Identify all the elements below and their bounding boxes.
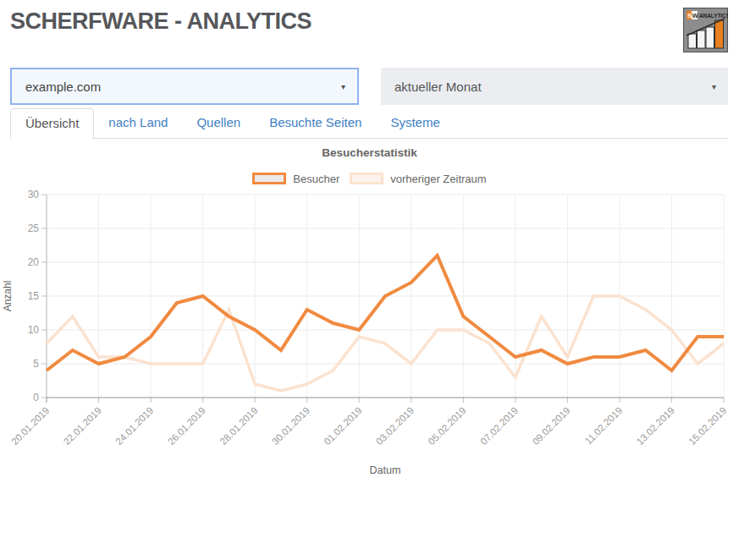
legend-swatch-icon [252,173,286,184]
period-select-value: aktueller Monat [381,80,712,94]
period-select[interactable]: aktueller Monat ▾ [381,68,728,105]
legend-swatch-icon [350,173,383,184]
x-tick-label: 30.01.2019 [270,405,312,447]
tab-bar: Übersichtnach LandQuellenBesuchte Seiten… [10,108,728,139]
y-tick-label: 30 [28,189,40,200]
tab-nach-land[interactable]: nach Land [94,108,182,138]
y-tick-label: 5 [33,358,39,370]
y-tick-label: 15 [28,290,40,302]
x-tick-label: 20.01.2019 [9,405,51,447]
site-select[interactable]: example.com ▾ [10,68,359,105]
x-tick-label: 11.02.2019 [583,405,625,447]
chevron-down-icon: ▾ [341,82,357,91]
x-axis-title: Datum [370,464,401,476]
logo-sw-letter-w: W [692,12,699,19]
vorheriger-zeitraum-line [47,296,724,391]
chevron-down-icon: ▾ [712,82,728,91]
x-tick-label: 24.01.2019 [113,405,155,447]
y-tick-label: 0 [33,392,39,404]
y-tick-label: 25 [28,222,40,234]
x-tick-label: 05.02.2019 [427,405,468,447]
x-tick-label: 09.02.2019 [531,405,572,447]
tab-systeme[interactable]: Systeme [376,108,454,138]
y-tick-label: 20 [28,256,40,268]
x-tick-label: 03.02.2019 [374,405,416,447]
visitor-chart-svg: 20.01.201922.01.201924.01.201926.01.2019… [0,188,739,560]
besucher-line [47,255,724,371]
site-select-value: example.com [12,80,341,94]
y-axis-title: Anzahl [2,281,14,312]
legend-label: vorheriger Zeitraum [390,173,486,185]
x-tick-label: 26.01.2019 [166,405,207,447]
chart-legend: Besuchervorheriger Zeitraum [0,171,739,186]
y-tick-label: 10 [28,324,40,336]
tab-quellen[interactable]: Quellen [182,108,255,138]
legend-item-vorheriger-zeitraum[interactable]: vorheriger Zeitraum [350,173,486,185]
x-tick-label: 01.02.2019 [322,405,363,447]
app-logo-icon: S W ANALYTICS [683,8,728,52]
tab-uebersicht[interactable]: Übersicht [10,108,94,139]
x-tick-label: 22.01.2019 [62,405,103,447]
x-tick-label: 28.01.2019 [218,405,259,447]
logo-analytics-text: ANALYTICS [699,13,728,19]
x-tick-label: 13.02.2019 [635,405,676,447]
x-tick-label: 15.02.2019 [687,405,728,447]
x-tick-label: 07.02.2019 [478,405,520,447]
tab-besuchte-seiten[interactable]: Besuchte Seiten [255,108,376,138]
page-title: SCHERFWARE - ANALYTICS [10,8,312,35]
analytics-page: { "header": { "title": "SCHERFWARE - ANA… [0,0,739,560]
chart-title: Besucherstatistik [0,146,739,159]
legend-item-besucher[interactable]: Besucher [252,173,339,185]
legend-label: Besucher [293,173,339,185]
